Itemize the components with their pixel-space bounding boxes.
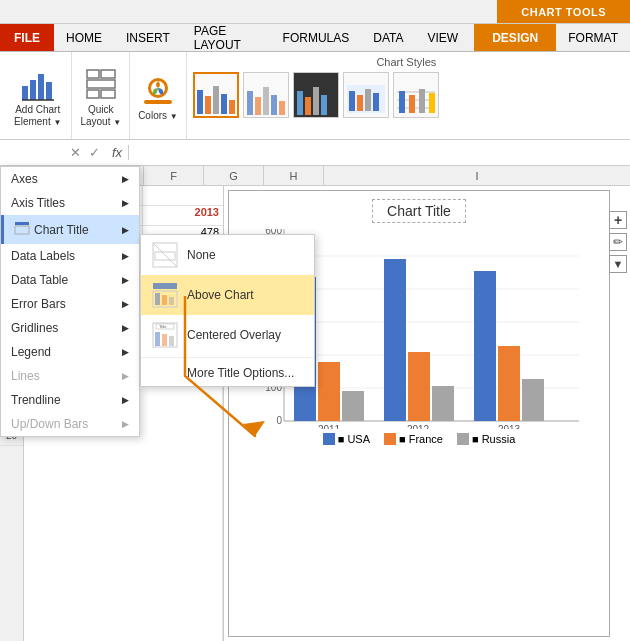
submenu-centered-overlay[interactable]: Title Centered Overlay: [141, 315, 314, 355]
menu-item-error-bars[interactable]: Error Bars ▶: [1, 292, 139, 316]
chart-style-2[interactable]: [243, 72, 289, 118]
tab-data[interactable]: DATA: [361, 24, 415, 51]
menu-item-updown-bars[interactable]: Up/Down Bars ▶: [1, 412, 139, 436]
svg-rect-25: [313, 87, 319, 115]
svg-rect-57: [384, 259, 406, 421]
legend-france-box: [384, 433, 396, 445]
close-icon[interactable]: ✕: [68, 145, 83, 160]
svg-rect-28: [349, 91, 355, 111]
menu-item-data-table[interactable]: Data Table ▶: [1, 268, 139, 292]
submenu-more-title-options[interactable]: More Title Options...: [141, 360, 314, 386]
col-header-f: F: [144, 166, 204, 185]
svg-text:2011: 2011: [318, 424, 341, 429]
svg-rect-9: [101, 90, 115, 98]
menu-item-gridlines[interactable]: Gridlines ▶: [1, 316, 139, 340]
tab-formulas[interactable]: FORMULAS: [271, 24, 362, 51]
svg-rect-61: [498, 346, 520, 421]
quick-layout-button[interactable]: QuickLayout ▼: [72, 52, 130, 139]
svg-rect-37: [419, 89, 425, 113]
axis-titles-arrow: ▶: [122, 198, 129, 208]
menu-item-lines[interactable]: Lines ▶: [1, 364, 139, 388]
legend-usa-box: [323, 433, 335, 445]
legend-france: ■ France: [384, 433, 443, 445]
svg-rect-66: [15, 222, 29, 225]
menu-item-legend[interactable]: Legend ▶: [1, 340, 139, 364]
svg-rect-7: [87, 80, 115, 88]
tab-view[interactable]: VIEW: [416, 24, 471, 51]
check-icon[interactable]: ✓: [87, 145, 102, 160]
chart-styles-title: Chart Styles: [193, 56, 620, 68]
svg-rect-1: [30, 80, 36, 100]
chart-title-menu-arrow: ▶: [122, 225, 129, 235]
chart-style-5[interactable]: [393, 72, 439, 118]
chart-filter-button[interactable]: ▼: [609, 255, 627, 273]
menu-item-trendline[interactable]: Trendline ▶: [1, 388, 139, 412]
svg-rect-23: [297, 91, 303, 115]
chart-plus-button[interactable]: +: [609, 211, 627, 229]
svg-rect-31: [373, 93, 379, 111]
chart-brush-button[interactable]: ✏: [609, 233, 627, 251]
svg-rect-17: [229, 100, 235, 114]
cell-f9-2013[interactable]: 2013: [143, 206, 223, 225]
menu-item-chart-title[interactable]: Chart Title ▶: [1, 215, 139, 244]
col-header-h: H: [264, 166, 324, 185]
svg-rect-75: [169, 297, 174, 305]
chart-title-submenu[interactable]: None Above Chart: [140, 234, 315, 387]
tab-home[interactable]: HOME: [54, 24, 114, 51]
chart-style-1[interactable]: [193, 72, 239, 118]
error-bars-arrow: ▶: [122, 299, 129, 309]
tab-page-layout[interactable]: PAGE LAYOUT: [182, 24, 271, 51]
svg-rect-56: [342, 391, 364, 421]
tab-format[interactable]: FORMAT: [556, 24, 630, 51]
axes-arrow: ▶: [122, 174, 129, 184]
svg-rect-59: [432, 386, 454, 421]
svg-rect-8: [87, 90, 99, 98]
submenu-above-chart[interactable]: Above Chart: [141, 275, 314, 315]
cell-f8[interactable]: [143, 186, 223, 205]
above-chart-icon: [151, 281, 179, 309]
svg-rect-73: [155, 293, 160, 305]
svg-rect-19: [255, 97, 261, 115]
chart-title-text[interactable]: Chart Title: [372, 199, 466, 223]
tab-design[interactable]: DESIGN: [474, 24, 556, 51]
svg-rect-18: [247, 91, 253, 115]
tab-file[interactable]: FILE: [0, 24, 54, 51]
svg-rect-36: [409, 95, 415, 113]
chart-legend: ■ USA ■ France ■ Russia: [237, 433, 601, 445]
svg-rect-79: [169, 336, 174, 346]
chart-style-3[interactable]: [293, 72, 339, 118]
none-icon: [151, 241, 179, 269]
menu-item-axes[interactable]: Axes ▶: [1, 167, 139, 191]
svg-rect-13: [197, 90, 203, 114]
svg-rect-77: [155, 332, 160, 346]
svg-rect-38: [429, 93, 435, 113]
change-colors-button[interactable]: 🎨 Colors ▼: [130, 52, 187, 139]
svg-rect-14: [205, 96, 211, 114]
svg-rect-21: [271, 95, 277, 115]
svg-rect-12: [144, 100, 172, 104]
svg-rect-78: [162, 334, 167, 346]
chart-tools-label: CHART TOOLS: [497, 0, 630, 23]
menu-item-data-labels[interactable]: Data Labels ▶: [1, 244, 139, 268]
centered-overlay-icon: Title: [151, 321, 179, 349]
add-chart-element-button[interactable]: Add ChartElement ▼: [4, 52, 72, 139]
add-chart-element-menu[interactable]: Axes ▶ Axis Titles ▶ Chart Title ▶ Data …: [0, 166, 140, 437]
svg-rect-35: [399, 91, 405, 113]
submenu-none[interactable]: None: [141, 235, 314, 275]
lines-arrow: ▶: [122, 371, 129, 381]
svg-rect-24: [305, 97, 311, 115]
svg-rect-74: [162, 295, 167, 305]
svg-text:0: 0: [276, 415, 282, 426]
menu-item-axis-titles[interactable]: Axis Titles ▶: [1, 191, 139, 215]
chart-style-4[interactable]: [343, 72, 389, 118]
svg-rect-70: [155, 252, 175, 260]
quick-layout-label: QuickLayout ▼: [80, 104, 121, 128]
svg-text:Title: Title: [159, 324, 167, 329]
legend-russia-box: [457, 433, 469, 445]
tab-insert[interactable]: INSERT: [114, 24, 182, 51]
add-chart-element-label: Add ChartElement ▼: [14, 104, 61, 128]
svg-rect-20: [263, 87, 269, 115]
svg-rect-30: [365, 89, 371, 111]
svg-text:2012: 2012: [407, 424, 430, 429]
legend-russia: ■ Russia: [457, 433, 515, 445]
